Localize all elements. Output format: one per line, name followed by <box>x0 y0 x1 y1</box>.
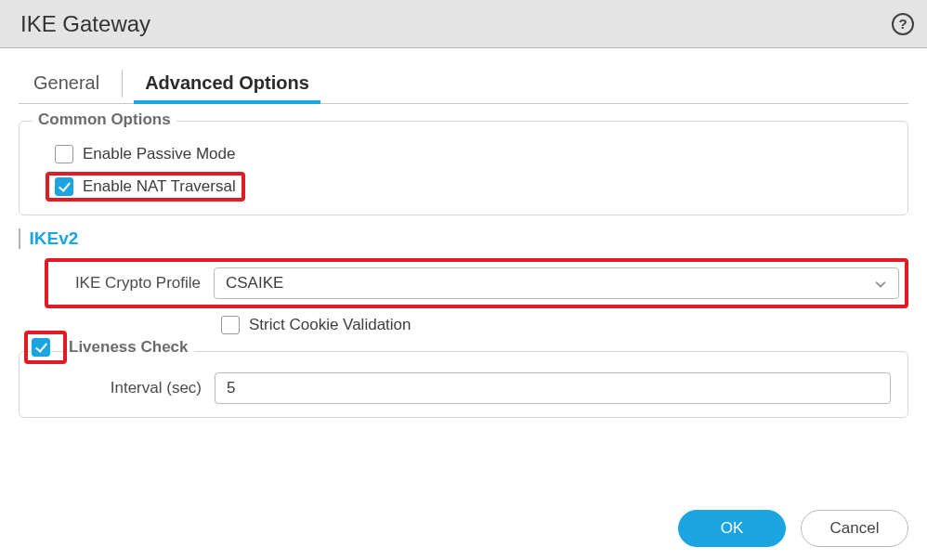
fieldset-liveness-wrapper: Liveness Check Interval (sec) <box>19 351 908 418</box>
chevron-down-icon <box>874 277 887 290</box>
content-area: Common Options Enable Passive Mode Enabl… <box>0 104 927 418</box>
label-interval: Interval (sec) <box>55 379 215 397</box>
tabbar: General Advanced Options <box>19 58 908 104</box>
select-ike-crypto-profile[interactable]: CSAIKE <box>214 267 899 299</box>
label-ike-crypto-profile: IKE Crypto Profile <box>54 274 214 293</box>
legend-common-options: Common Options <box>33 111 176 129</box>
heading-ikev2-text: IKEv2 <box>30 228 79 249</box>
select-ike-crypto-profile-value: CSAIKE <box>226 274 283 293</box>
label-passive-mode: Enable Passive Mode <box>83 145 235 163</box>
highlight-liveness-checkbox <box>24 331 67 364</box>
tab-general[interactable]: General <box>28 65 105 103</box>
section-heading-ikev2: IKEv2 <box>19 228 908 249</box>
row-passive-mode: Enable Passive Mode <box>55 140 891 168</box>
dialog-footer: OK Cancel <box>678 510 908 547</box>
legend-liveness-text: Liveness Check <box>69 338 189 357</box>
dialog-title: IKE Gateway <box>20 11 150 37</box>
label-nat-traversal: Enable NAT Traversal <box>83 177 236 196</box>
legend-liveness: Liveness Check <box>63 338 194 357</box>
checkbox-nat-traversal[interactable] <box>55 177 73 196</box>
checkbox-liveness-check[interactable] <box>32 338 50 357</box>
help-icon[interactable]: ? <box>892 13 914 35</box>
heading-bar-icon <box>19 228 20 249</box>
checkbox-passive-mode[interactable] <box>55 145 73 163</box>
cancel-button[interactable]: Cancel <box>801 510 908 547</box>
highlight-crypto-profile: IKE Crypto Profile CSAIKE <box>45 258 908 308</box>
tab-separator <box>122 70 123 98</box>
fieldset-common-options: Common Options Enable Passive Mode Enabl… <box>19 121 908 215</box>
label-strict-cookie: Strict Cookie Validation <box>249 316 411 334</box>
checkbox-strict-cookie[interactable] <box>221 316 240 334</box>
titlebar: IKE Gateway ? <box>0 0 927 48</box>
ok-button[interactable]: OK <box>678 510 786 547</box>
tab-advanced-options[interactable]: Advanced Options <box>139 65 315 103</box>
highlight-nat-traversal: Enable NAT Traversal <box>46 172 245 202</box>
input-interval[interactable] <box>215 372 891 404</box>
